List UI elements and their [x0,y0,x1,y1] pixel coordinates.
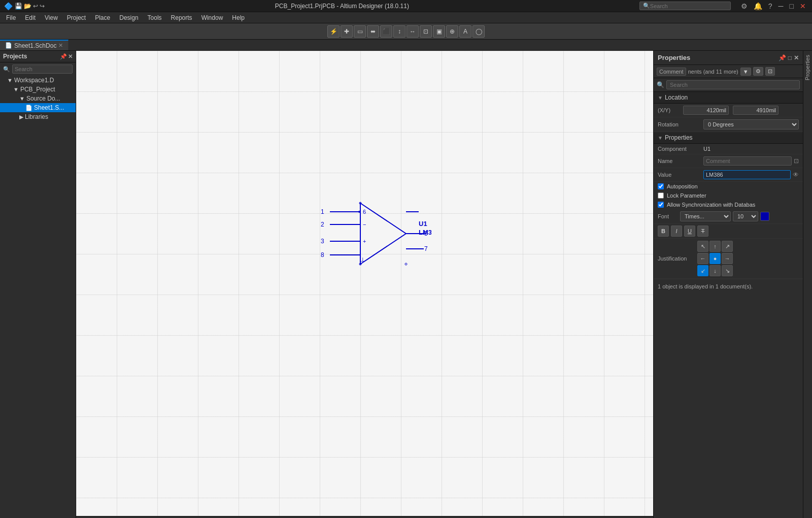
location-section-header[interactable]: ▼ Location [654,92,803,104]
svg-text:1: 1 [321,208,324,215]
rotation-select[interactable]: 0 Degrees 90 Degrees 180 Degrees 270 Deg… [703,119,799,130]
titlebar-search-input[interactable] [650,3,716,9]
justify-top-right[interactable]: ↗ [722,241,733,252]
close-panel-icon[interactable]: ✕ [68,53,73,60]
tree-source-docs[interactable]: ▼ Source Do... [0,94,76,103]
location-arrow-icon: ▼ [658,95,663,101]
minimize-button[interactable]: ─ [776,2,786,10]
y-coord-input[interactable] [733,106,779,115]
filter-button[interactable]: ▼ [740,68,751,76]
autoposition-checkbox[interactable] [658,183,664,189]
menu-edit[interactable]: Edit [21,13,40,22]
toolbar-center-h[interactable]: ↔ [407,25,419,38]
justify-bot-left[interactable]: ↙ [697,265,708,276]
toolbar-stretch-h[interactable]: ⬌ [367,25,379,38]
value-input[interactable] [703,170,791,179]
justify-mid-left[interactable]: ← [697,253,708,264]
tab-sheet1-close[interactable]: ✕ [58,42,63,49]
filter-settings-button[interactable]: ⚙ [753,67,763,76]
schematic-canvas[interactable]: 1 6 2 − 3 + 8 ⊥ [76,51,653,518]
menu-tools[interactable]: Tools [144,13,166,22]
projects-search-input[interactable] [12,64,73,74]
component-u1[interactable]: 1 6 2 − 3 + 8 ⊥ [320,183,431,284]
tree-workspace[interactable]: ▼ Workspace1.D [0,76,76,85]
toolbar-text[interactable]: A [459,25,471,38]
toolbar-block[interactable]: ▣ [433,25,445,38]
autoposition-row: Autoposition [654,182,803,191]
maximize-button[interactable]: □ [788,2,796,10]
settings-icon[interactable]: ⚙ [739,2,750,10]
menu-help[interactable]: Help [228,13,249,22]
allow-sync-checkbox[interactable] [658,202,664,208]
component-value: U1 [703,146,799,152]
toolbar-rect[interactable]: ▭ [354,25,366,38]
notifications-icon[interactable]: 🔔 [752,2,764,10]
justify-mid-center[interactable]: ● [709,253,721,264]
projects-panel-controls: 📌 ✕ [60,53,73,60]
redo-icon[interactable]: ↪ [40,3,45,10]
tree-libraries[interactable]: ▶ Libraries [0,112,76,121]
tree-project[interactable]: ▼ PCB_Project [0,85,76,94]
bold-button[interactable]: B [658,225,669,237]
font-color-swatch[interactable] [760,212,769,221]
sheet1-icon: 📄 [25,105,32,111]
canvas-area[interactable]: 1 6 2 − 3 + 8 ⊥ [76,51,653,518]
menu-reports[interactable]: Reports [167,13,196,22]
name-copy-icon[interactable]: ⊡ [794,157,799,165]
pin-icon[interactable]: 📌 [60,53,67,60]
properties-panel-controls: 📌 □ ✕ [779,54,799,61]
font-select[interactable]: Times... Arial [680,211,731,221]
menu-design[interactable]: Design [115,13,142,22]
justify-mid-right[interactable]: → [722,253,733,264]
justify-bot-center[interactable]: ↓ [709,265,721,276]
menu-project[interactable]: Project [63,13,90,22]
properties-search-input[interactable] [666,80,800,89]
underline-button[interactable]: U [684,225,695,237]
name-input[interactable] [703,156,792,166]
properties-section-header[interactable]: ▼ Properties [654,132,803,144]
scrollbar-horizontal[interactable] [76,516,653,518]
titlebar-left: 🔷 💾 📂 ↩ ↪ [4,2,45,10]
toolbar-circle[interactable]: ◯ [472,25,485,38]
display-info: 1 object is displayed in 1 document(s). [654,279,803,294]
undo-icon[interactable]: ↩ [33,3,38,10]
tab-sheet1[interactable]: 📄 Sheet1.SchDoc ✕ [0,40,69,50]
toolbar-filter[interactable]: ⚡ [327,25,340,38]
app-icon: 🔷 [4,2,13,10]
close-props-icon[interactable]: ✕ [794,54,799,61]
lock-param-checkbox[interactable] [658,192,664,199]
font-size-select[interactable]: 10 12 14 [733,211,758,221]
italic-button[interactable]: I [671,225,682,237]
location-section-title: Location [665,94,688,101]
toolbar-add[interactable]: ✚ [341,25,353,38]
menu-file[interactable]: File [2,13,20,22]
justify-bot-right[interactable]: ↘ [722,265,733,276]
value-eye-icon[interactable]: 👁 [793,171,799,178]
open-icon[interactable]: 📂 [24,3,31,10]
pin-props-icon[interactable]: 📌 [779,54,786,61]
toolbar-cross[interactable]: ⊕ [446,25,458,38]
filter-copy-button[interactable]: ⊡ [765,67,775,76]
svg-text:3: 3 [321,238,324,245]
save-icon[interactable]: 💾 [15,3,22,10]
menu-window[interactable]: Window [197,13,227,22]
toolbar-fill[interactable]: ⬛ [380,25,392,38]
x-coord-input[interactable] [683,106,729,115]
titlebar-search-box[interactable]: 🔍 [639,2,731,10]
menu-place[interactable]: Place [91,13,114,22]
expand-props-icon[interactable]: □ [788,54,792,61]
toolbar-up[interactable]: ↕ [393,25,405,38]
lock-param-row: Lock Parameter [654,191,803,200]
properties-side-tab[interactable]: Properties [803,51,812,84]
justify-top-center[interactable]: ↑ [709,241,721,252]
workspace-icon: ▼ [7,77,13,83]
strikethrough-button[interactable]: T [697,225,708,237]
justify-top-left[interactable]: ↖ [697,241,708,252]
close-button[interactable]: ✕ [798,2,808,10]
tree-sheet1[interactable]: 📄 Sheet1.S... [0,103,76,112]
menu-view[interactable]: View [41,13,62,22]
toolbar-grid[interactable]: ⊡ [420,25,432,38]
help-icon[interactable]: ? [766,2,774,10]
project-label: PCB_Project [20,86,55,93]
svg-marker-0 [360,203,406,264]
